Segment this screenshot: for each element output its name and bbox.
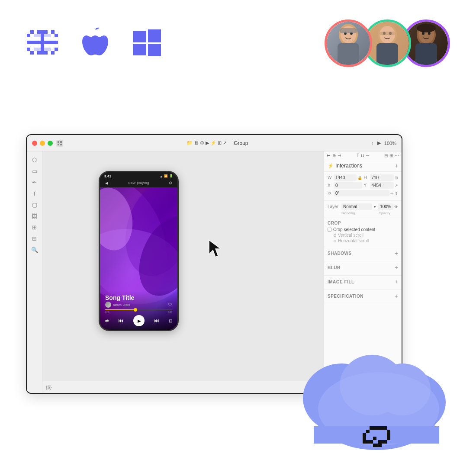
x-input[interactable]: 0	[334, 182, 362, 189]
strikethrough-icon[interactable]: ─	[366, 153, 369, 158]
vertical-scroll-radio[interactable]	[334, 234, 336, 237]
title-bar-center: 📁 🖥 ⚙ ▶ ⚡ ⊞ ↗ Group	[67, 140, 368, 146]
crop-selected-label: Crop selected content	[333, 227, 375, 232]
sidebar-image-tool[interactable]: 🖼	[30, 211, 39, 221]
zoom-level: 100%	[384, 141, 396, 146]
align-right-icon[interactable]: ⊣	[338, 153, 341, 158]
svg-rect-13	[51, 51, 55, 55]
heart-button[interactable]: ♡	[168, 302, 172, 308]
height-input[interactable]: 710	[370, 174, 394, 181]
sidebar-text-tool[interactable]: T	[30, 189, 39, 198]
now-playing-label: ◀ Now playing ⚙	[100, 181, 177, 185]
grid-icon-panel: ⊞	[395, 176, 398, 180]
more-icon[interactable]: ⋯	[395, 153, 399, 158]
svg-rect-43	[60, 144, 62, 145]
y-input[interactable]: 4454	[370, 182, 394, 189]
sidebar-select-tool[interactable]: ⬡	[30, 155, 39, 164]
svg-rect-7	[55, 41, 58, 44]
text-icon[interactable]: T	[357, 153, 359, 158]
shadows-title: SHADOWS	[328, 251, 352, 256]
spec-add-button[interactable]: +	[395, 293, 398, 299]
sidebar-pen-tool[interactable]: ✒	[30, 177, 39, 187]
svg-rect-67	[366, 430, 370, 433]
wh-row: W 1440 🔒 H 710 ⊞	[328, 174, 398, 181]
sync-icon	[359, 425, 394, 454]
maximize-button[interactable]	[48, 141, 53, 146]
svg-rect-63	[370, 440, 373, 444]
shadows-add-button[interactable]: +	[395, 250, 398, 257]
sidebar-frame-tool[interactable]: ▭	[30, 166, 39, 176]
avatar-group	[325, 19, 450, 67]
blending-arrow: ▾	[374, 205, 376, 209]
opacity-group: 100% 👁	[378, 203, 398, 210]
blending-sublabel: Blending	[328, 211, 355, 215]
svg-rect-57	[370, 426, 383, 430]
song-title: Song Title	[105, 294, 134, 301]
svg-rect-18	[133, 31, 146, 42]
distribute-h-icon[interactable]: ⊟	[384, 153, 388, 158]
toolbar-icons: 📁 🖥 ⚙ ▶ ⚡ ⊞ ↗	[187, 140, 227, 146]
blur-add-button[interactable]: +	[395, 264, 398, 271]
svg-rect-19	[148, 29, 161, 42]
sidebar-layout-tool[interactable]: ⊟	[30, 234, 39, 243]
y-label: Y	[364, 183, 369, 188]
svg-rect-42	[58, 144, 59, 145]
blur-title: BLUR	[328, 265, 341, 270]
svg-rect-20	[133, 44, 146, 55]
prev-button[interactable]: ⏮	[118, 318, 123, 324]
interactions-add-button[interactable]: +	[395, 162, 398, 169]
opacity-input[interactable]: 100%	[378, 203, 393, 210]
svg-rect-21	[148, 44, 161, 56]
phone-time: 9:41	[104, 174, 111, 178]
svg-rect-17	[34, 48, 51, 51]
canvas-area: 9:41 ▲📶🔋 ◀ Now playing ⚙	[42, 151, 324, 393]
svg-rect-69	[375, 444, 378, 447]
svg-rect-35	[415, 43, 437, 67]
svg-rect-8	[27, 48, 30, 51]
shuffle-button[interactable]: ⇄	[105, 318, 109, 323]
svg-rect-2	[44, 30, 48, 34]
blending-select[interactable]: Normal	[341, 203, 372, 210]
svg-marker-49	[209, 240, 221, 257]
image-fill-add-button[interactable]: +	[395, 278, 398, 285]
lightning-icon: ⚡	[328, 163, 334, 169]
apple-icon	[78, 26, 113, 61]
layer-label: Layer	[328, 204, 340, 209]
svg-rect-40	[58, 141, 59, 143]
share-icon: ↑	[371, 141, 374, 146]
layers-icon: {$}	[46, 385, 51, 390]
cloud-container	[294, 338, 459, 459]
eye-icon[interactable]: 👁	[394, 205, 398, 209]
width-input[interactable]: 1440	[334, 174, 357, 181]
rotation-input[interactable]: 0°	[334, 190, 389, 196]
next-button[interactable]: ⏭	[154, 318, 159, 324]
progress-thumb[interactable]	[134, 308, 137, 312]
horizontal-scroll-radio[interactable]	[334, 240, 336, 242]
sidebar-rect-tool[interactable]: ▢	[30, 200, 39, 209]
specification-section: SPECIFICATION +	[324, 290, 402, 304]
svg-rect-10	[30, 51, 34, 55]
sidebar-component-tool[interactable]: ⊞	[30, 222, 39, 232]
x-field-group: X 0	[328, 182, 362, 189]
align-center-icon[interactable]: ⊕	[332, 153, 336, 158]
width-field-group: W 1440 🔒	[328, 174, 362, 181]
underline-icon[interactable]: ⊔	[361, 153, 364, 158]
close-button[interactable]	[32, 141, 37, 146]
sidebar-search-tool[interactable]: 🔍	[30, 245, 39, 254]
play-icon: ▶	[377, 140, 381, 146]
artist-label: Artist	[123, 303, 130, 306]
repeat-button[interactable]: ⊡	[169, 318, 172, 323]
dimensions-section: W 1440 🔒 H 710 ⊞ X 0	[324, 172, 402, 201]
play-button[interactable]: ▶	[133, 315, 145, 326]
minimize-button[interactable]	[40, 141, 45, 146]
crop-checkbox[interactable]	[328, 228, 331, 232]
svg-rect-23	[338, 43, 359, 67]
align-left-icon[interactable]: ⊢	[327, 153, 331, 158]
height-label: H	[364, 175, 369, 180]
distribute-v-icon[interactable]: ⊞	[389, 153, 393, 158]
svg-rect-11	[37, 51, 41, 55]
svg-rect-3	[51, 30, 55, 34]
avatar-1	[325, 19, 372, 67]
player-controls: ⇄ ⏮ ▶ ⏭ ⊡	[105, 315, 172, 326]
svg-rect-62	[373, 437, 376, 440]
